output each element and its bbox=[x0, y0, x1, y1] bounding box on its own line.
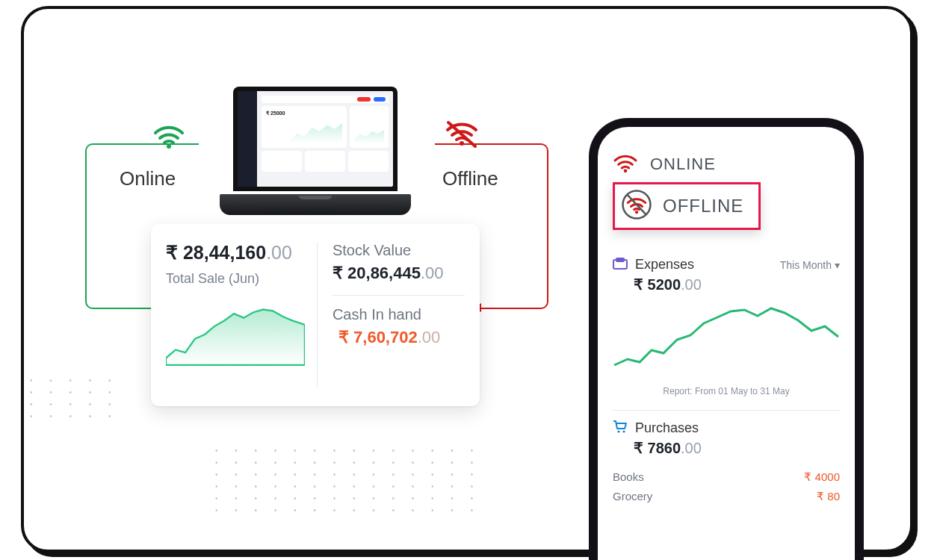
connector-online bbox=[85, 143, 154, 309]
expenses-sparkline bbox=[613, 301, 840, 379]
laptop-tile bbox=[348, 151, 389, 172]
expenses-range-selector[interactable]: This Month ▾ bbox=[780, 259, 840, 271]
decorative-dots: • • • • • • • • • • • • • • • • • • • • … bbox=[215, 445, 480, 517]
stock-value-label: Stock Value bbox=[333, 242, 465, 259]
status-offline-row[interactable]: OFFLINE bbox=[613, 182, 761, 230]
purchase-name: Grocery bbox=[613, 490, 652, 503]
stats-card: ₹ 28,44,160.00 Total Sale (Jun) Stock Va… bbox=[151, 224, 480, 406]
phone-mockup: ONLINE OFFLINE bbox=[589, 118, 864, 560]
laptop-sidebar bbox=[238, 91, 257, 187]
expenses-amount: ₹ 5200.00 bbox=[634, 276, 840, 293]
status-online-row[interactable]: ONLINE bbox=[613, 152, 840, 176]
wifi-online-icon bbox=[152, 122, 185, 152]
laptop-base bbox=[220, 194, 411, 215]
purchase-amount: ₹ 80 bbox=[817, 490, 840, 503]
cash-in-hand-label: Cash In hand bbox=[333, 306, 465, 323]
stock-value-amount: ₹ 20,86,445.00 bbox=[333, 264, 465, 283]
total-sale-amount: ₹ 28,44,160.00 bbox=[166, 242, 305, 264]
illustration-frame: Online Offline ₹ 25000 bbox=[21, 6, 913, 553]
laptop-tile bbox=[262, 151, 302, 172]
svg-point-3 bbox=[624, 169, 628, 173]
laptop-tile bbox=[305, 151, 345, 172]
svg-point-5 bbox=[635, 211, 638, 214]
wifi-offline-icon bbox=[621, 189, 652, 223]
connector-offline bbox=[480, 143, 548, 309]
status-online-label: ONLINE bbox=[650, 155, 716, 174]
expenses-report-note: Report: From 01 May to 31 May bbox=[613, 386, 840, 396]
expenses-section: Expenses This Month ▾ ₹ 5200.00 Report: … bbox=[613, 257, 840, 396]
purchase-row[interactable]: Grocery ₹ 80 bbox=[613, 487, 840, 506]
wifi-online-icon bbox=[613, 152, 638, 176]
decorative-dots: • • • • • • • • • • • • • • • • • • • • bbox=[30, 375, 119, 423]
cash-in-hand-amount: ₹ 7,60,702.00 bbox=[333, 328, 465, 347]
laptop-amount: ₹ 25000 bbox=[266, 111, 285, 116]
laptop-chart-main: ₹ 25000 bbox=[262, 106, 347, 148]
purchase-amount: ₹ 4000 bbox=[804, 470, 840, 484]
purchases-amount: ₹ 7860.00 bbox=[634, 439, 840, 457]
laptop-topbar bbox=[262, 96, 389, 103]
purchase-name: Books bbox=[613, 470, 644, 484]
expenses-title: Expenses bbox=[635, 257, 694, 273]
purchases-section: Purchases ₹ 7860.00 Books ₹ 4000 Grocery… bbox=[613, 420, 840, 506]
svg-point-10 bbox=[622, 430, 625, 432]
wifi-offline-icon bbox=[444, 118, 480, 151]
cart-icon bbox=[613, 420, 628, 436]
purchase-row[interactable]: Books ₹ 4000 bbox=[613, 467, 840, 487]
total-sale-sparkline bbox=[166, 302, 305, 367]
purchases-title: Purchases bbox=[635, 420, 699, 436]
laptop-chart-mini bbox=[350, 106, 389, 148]
laptop-mockup: ₹ 25000 bbox=[220, 87, 411, 215]
divider bbox=[333, 295, 465, 296]
wallet-icon bbox=[613, 258, 628, 273]
svg-point-9 bbox=[617, 430, 619, 432]
divider bbox=[613, 410, 840, 411]
total-sale-label: Total Sale (Jun) bbox=[166, 271, 305, 287]
chevron-down-icon: ▾ bbox=[835, 259, 840, 271]
status-offline-label: OFFLINE bbox=[663, 196, 743, 217]
